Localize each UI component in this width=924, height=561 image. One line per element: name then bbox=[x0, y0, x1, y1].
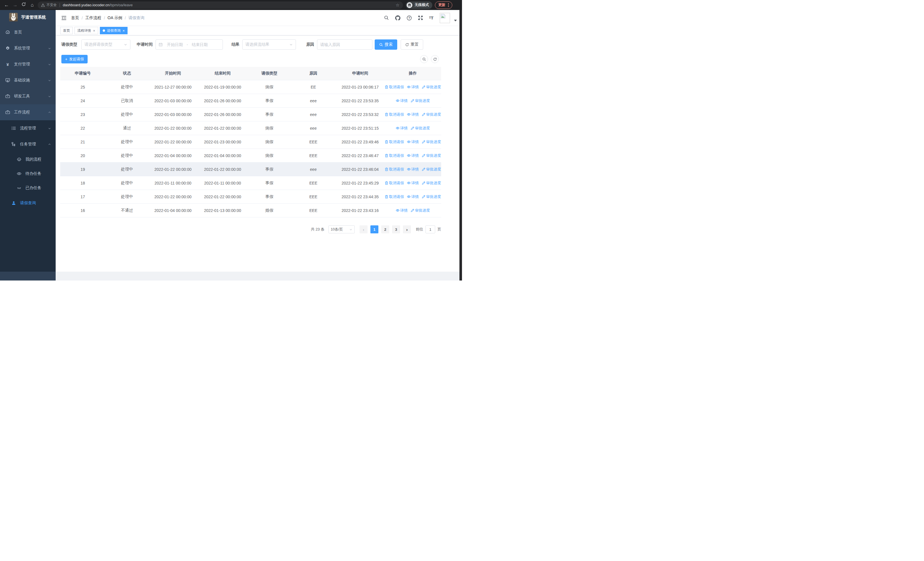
table-row[interactable]: 22 通过 2022-01-22 00:00:00 2022-01-22 00:… bbox=[60, 122, 441, 135]
toggle-search-icon[interactable] bbox=[420, 55, 428, 63]
leave-type-select[interactable]: 请选择请假类型 bbox=[81, 39, 130, 50]
page-button-2[interactable]: 2 bbox=[381, 226, 389, 233]
sidebar-item-system[interactable]: 系统管理 bbox=[0, 40, 56, 56]
close-icon[interactable]: × bbox=[123, 29, 125, 33]
approval-progress-link[interactable]: 审批进度 bbox=[422, 167, 441, 172]
bookmark-star-icon[interactable]: ☆ bbox=[396, 3, 399, 8]
sidebar-item-dev-tools[interactable]: 研发工具 bbox=[0, 88, 56, 104]
table-row[interactable]: 20 处理中 2022-01-04 00:00:00 2022-01-04 00… bbox=[60, 149, 441, 162]
reset-button[interactable]: 重置 bbox=[400, 39, 423, 50]
approval-progress-link[interactable]: 审批进度 bbox=[422, 153, 441, 158]
home-icon[interactable]: ⌂ bbox=[28, 2, 36, 8]
sidebar-item-process-management[interactable]: 流程管理 bbox=[0, 120, 56, 136]
sidebar-item-done-tasks[interactable]: 已办任务 bbox=[0, 181, 56, 195]
browser-menu-icon[interactable] bbox=[448, 3, 449, 7]
cancel-leave-link[interactable]: 取消请假 bbox=[385, 84, 404, 90]
close-icon[interactable]: × bbox=[93, 29, 95, 33]
detail-link[interactable]: 详情 bbox=[407, 84, 419, 90]
approval-progress-link[interactable]: 审批进度 bbox=[411, 208, 430, 213]
breadcrumb-workflow[interactable]: 工作流程 bbox=[86, 15, 101, 21]
breadcrumb-home[interactable]: 首页 bbox=[71, 15, 79, 21]
sidebar-logo-row[interactable]: 芋道管理系统 bbox=[0, 10, 56, 24]
tab-home[interactable]: 首页 bbox=[60, 27, 73, 34]
page-button-3[interactable]: 3 bbox=[392, 226, 400, 233]
sidebar-item-leave-query[interactable]: 请假查询 bbox=[0, 195, 56, 211]
cancel-leave-link[interactable]: 取消请假 bbox=[385, 194, 404, 199]
sidebar-item-home[interactable]: 首页 bbox=[0, 24, 56, 40]
detail-link[interactable]: 详情 bbox=[407, 194, 419, 199]
sidebar-item-my-processes[interactable]: 我的流程 bbox=[0, 152, 56, 167]
sidebar-item-workflow[interactable]: 工作流程 bbox=[0, 104, 56, 120]
cancel-leave-link[interactable]: 取消请假 bbox=[385, 139, 404, 144]
approval-progress-link[interactable]: 审批进度 bbox=[422, 84, 441, 90]
font-size-icon[interactable]: TT bbox=[429, 15, 434, 20]
search-icon[interactable] bbox=[384, 15, 389, 20]
create-leave-button[interactable]: + 发起请假 bbox=[62, 55, 88, 63]
fullscreen-icon[interactable] bbox=[418, 15, 423, 20]
reload-icon[interactable] bbox=[20, 2, 28, 8]
table-row[interactable]: 25 处理中 2021-12-27 00:00:00 2022-01-19 00… bbox=[60, 80, 441, 94]
goto-page-input[interactable] bbox=[426, 226, 435, 233]
start-date-input[interactable] bbox=[164, 42, 186, 47]
tab-process-detail[interactable]: 流程详情 × bbox=[75, 27, 98, 34]
avatar[interactable] bbox=[440, 13, 450, 23]
cancel-leave-link[interactable]: 取消请假 bbox=[385, 167, 404, 172]
sidebar-item-task-management[interactable]: 任务管理 bbox=[0, 136, 56, 152]
back-icon[interactable]: ← bbox=[2, 2, 11, 8]
cell-id: 22 bbox=[60, 126, 105, 131]
github-icon[interactable] bbox=[395, 15, 400, 21]
prev-page-button[interactable]: ‹ bbox=[360, 226, 368, 233]
sidebar-fold-icon[interactable] bbox=[62, 16, 66, 20]
detail-link[interactable]: 详情 bbox=[396, 98, 408, 104]
refresh-icon[interactable] bbox=[431, 55, 439, 63]
table-row[interactable]: 17 处理中 2022-01-22 00:00:00 2022-01-22 00… bbox=[60, 190, 441, 204]
table-row[interactable]: 18 处理中 2022-01-11 00:00:00 2022-01-11 00… bbox=[60, 176, 441, 190]
breadcrumb-oa-example[interactable]: OA 示例 bbox=[108, 15, 122, 21]
table-row[interactable]: 21 处理中 2022-01-22 00:00:00 2022-01-23 00… bbox=[60, 135, 441, 149]
cell-operations: 取消请假详情审批进度 bbox=[384, 194, 441, 199]
search-button[interactable]: 搜索 bbox=[375, 39, 397, 50]
result-select[interactable]: 请选择流结果 bbox=[242, 39, 296, 50]
end-date-input[interactable] bbox=[189, 42, 210, 47]
reason-input[interactable] bbox=[320, 42, 366, 47]
detail-link[interactable]: 详情 bbox=[407, 153, 419, 158]
cancel-leave-link[interactable]: 取消请假 bbox=[385, 112, 404, 117]
tab-leave-query[interactable]: 请假查询 × bbox=[100, 27, 128, 34]
detail-link[interactable]: 详情 bbox=[407, 180, 419, 186]
sidebar-item-payment[interactable]: ¥ 支付管理 bbox=[0, 56, 56, 72]
approval-progress-link[interactable]: 审批进度 bbox=[422, 139, 441, 144]
avatar-caret-icon[interactable] bbox=[454, 20, 457, 21]
cell-start-time: 2022-01-04 00:00:00 bbox=[148, 208, 197, 213]
address-bar[interactable]: 不安全 dashboard.yudao.iocoder.cn /bpm/oa/l… bbox=[38, 2, 403, 9]
approval-progress-link[interactable]: 审批进度 bbox=[422, 180, 441, 186]
cell-reason: eee bbox=[291, 167, 336, 171]
sidebar-item-infrastructure[interactable]: 基础设施 bbox=[0, 72, 56, 88]
page-size-select[interactable]: 10条/页 bbox=[328, 226, 355, 233]
detail-link[interactable]: 详情 bbox=[407, 112, 419, 117]
next-page-button[interactable]: › bbox=[403, 226, 411, 233]
table-row[interactable]: 19 处理中 2022-01-22 00:00:00 2022-01-22 00… bbox=[60, 162, 441, 176]
approval-progress-link[interactable]: 审批进度 bbox=[411, 126, 430, 131]
help-icon[interactable]: ? bbox=[406, 15, 412, 21]
table-row[interactable]: 16 不通过 2022-01-04 00:00:00 2022-01-13 00… bbox=[60, 204, 441, 217]
page-scrollbar[interactable] bbox=[459, 10, 462, 281]
forward-icon[interactable]: → bbox=[11, 2, 20, 8]
detail-link[interactable]: 详情 bbox=[407, 167, 419, 172]
page-button-1[interactable]: 1 bbox=[370, 226, 378, 233]
cancel-leave-link[interactable]: 取消请假 bbox=[385, 180, 404, 186]
approval-progress-link[interactable]: 审批进度 bbox=[422, 112, 441, 117]
sidebar-item-label: 系统管理 bbox=[14, 46, 30, 51]
apply-time-range-picker[interactable]: - bbox=[156, 39, 223, 50]
detail-link[interactable]: 详情 bbox=[407, 139, 419, 144]
browser-update-button[interactable]: 更新 bbox=[435, 2, 452, 9]
detail-link[interactable]: 详情 bbox=[396, 126, 408, 131]
table-row[interactable]: 24 已取消 2022-01-03 00:00:00 2022-01-26 00… bbox=[60, 94, 441, 108]
col-header-id: 申请编号 bbox=[60, 71, 105, 76]
approval-progress-link[interactable]: 审批进度 bbox=[411, 98, 430, 104]
tab-label: 流程详情 bbox=[77, 28, 91, 33]
sidebar-item-todo-tasks[interactable]: 待办任务 bbox=[0, 167, 56, 181]
detail-link[interactable]: 详情 bbox=[396, 208, 408, 213]
approval-progress-link[interactable]: 审批进度 bbox=[422, 194, 441, 199]
cancel-leave-link[interactable]: 取消请假 bbox=[385, 153, 404, 158]
table-row[interactable]: 23 处理中 2022-01-03 00:00:00 2022-01-26 00… bbox=[60, 108, 441, 122]
